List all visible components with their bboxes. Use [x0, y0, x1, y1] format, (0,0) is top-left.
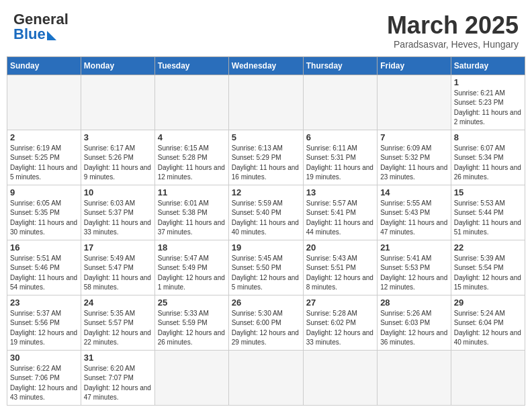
date-number: 18	[158, 242, 226, 253]
calendar-cell: 3Sunrise: 6:17 AM Sunset: 5:26 PM Daylig…	[81, 130, 154, 185]
calendar-cell: 14Sunrise: 5:55 AM Sunset: 5:43 PM Dayli…	[378, 185, 451, 240]
calendar-cell	[378, 75, 451, 130]
day-header-monday: Monday	[81, 56, 154, 75]
calendar-cell: 12Sunrise: 5:59 AM Sunset: 5:40 PM Dayli…	[228, 185, 303, 240]
calendar-cell: 29Sunrise: 5:24 AM Sunset: 6:04 PM Dayli…	[451, 295, 525, 350]
calendar-cell: 1Sunrise: 6:21 AM Sunset: 5:23 PM Daylig…	[451, 75, 525, 130]
calendar-cell: 4Sunrise: 6:15 AM Sunset: 5:28 PM Daylig…	[154, 130, 228, 185]
calendar-cell: 19Sunrise: 5:45 AM Sunset: 5:50 PM Dayli…	[228, 240, 303, 295]
calendar-cell: 15Sunrise: 5:53 AM Sunset: 5:44 PM Dayli…	[451, 185, 525, 240]
calendar-cell: 5Sunrise: 6:13 AM Sunset: 5:29 PM Daylig…	[228, 130, 303, 185]
date-number: 3	[84, 132, 152, 142]
day-info: Sunrise: 6:17 AM Sunset: 5:26 PM Dayligh…	[84, 144, 152, 183]
date-number: 29	[454, 298, 522, 308]
date-number: 19	[232, 242, 300, 253]
calendar-cell	[228, 75, 303, 130]
calendar-cell: 28Sunrise: 5:26 AM Sunset: 6:03 PM Dayli…	[378, 295, 451, 350]
calendar-cell: 30Sunrise: 6:22 AM Sunset: 7:06 PM Dayli…	[7, 350, 81, 405]
date-number: 21	[380, 242, 448, 253]
date-number: 6	[306, 132, 374, 142]
calendar-cell	[154, 75, 228, 130]
date-number: 26	[232, 298, 300, 308]
title-block: March 2025 Paradsasvar, Heves, Hungary	[387, 12, 519, 50]
day-info: Sunrise: 5:45 AM Sunset: 5:50 PM Dayligh…	[232, 254, 300, 293]
date-number: 11	[158, 187, 226, 197]
calendar-cell: 17Sunrise: 5:49 AM Sunset: 5:47 PM Dayli…	[81, 240, 154, 295]
day-info: Sunrise: 5:47 AM Sunset: 5:49 PM Dayligh…	[158, 254, 226, 293]
calendar-header: SundayMondayTuesdayWednesdayThursdayFrid…	[7, 56, 525, 75]
date-number: 27	[306, 298, 374, 308]
date-number: 14	[380, 187, 448, 197]
calendar-cell	[378, 350, 451, 405]
day-info: Sunrise: 5:41 AM Sunset: 5:53 PM Dayligh…	[380, 254, 448, 293]
week-row-6: 30Sunrise: 6:22 AM Sunset: 7:06 PM Dayli…	[7, 350, 525, 405]
date-number: 2	[10, 132, 78, 142]
day-info: Sunrise: 5:33 AM Sunset: 5:59 PM Dayligh…	[158, 309, 226, 348]
calendar-cell: 22Sunrise: 5:39 AM Sunset: 5:54 PM Dayli…	[451, 240, 525, 295]
calendar-cell	[228, 350, 303, 405]
month-title: March 2025	[387, 12, 519, 39]
day-info: Sunrise: 6:19 AM Sunset: 5:25 PM Dayligh…	[10, 144, 78, 183]
date-number: 30	[10, 353, 78, 363]
calendar-cell: 2Sunrise: 6:19 AM Sunset: 5:25 PM Daylig…	[7, 130, 81, 185]
calendar-cell	[451, 350, 525, 405]
calendar-cell	[7, 75, 81, 130]
calendar-cell: 13Sunrise: 5:57 AM Sunset: 5:41 PM Dayli…	[303, 185, 377, 240]
date-number: 22	[454, 242, 522, 253]
week-row-3: 9Sunrise: 6:05 AM Sunset: 5:35 PM Daylig…	[7, 185, 525, 240]
day-header-sunday: Sunday	[7, 56, 81, 75]
week-row-4: 16Sunrise: 5:51 AM Sunset: 5:46 PM Dayli…	[7, 240, 525, 295]
day-info: Sunrise: 6:11 AM Sunset: 5:31 PM Dayligh…	[306, 144, 374, 183]
day-info: Sunrise: 6:07 AM Sunset: 5:34 PM Dayligh…	[454, 144, 522, 183]
day-header-friday: Friday	[378, 56, 451, 75]
date-number: 10	[84, 187, 152, 197]
date-number: 31	[84, 353, 152, 363]
calendar-cell: 9Sunrise: 6:05 AM Sunset: 5:35 PM Daylig…	[7, 185, 81, 240]
day-info: Sunrise: 5:51 AM Sunset: 5:46 PM Dayligh…	[10, 254, 78, 293]
date-number: 12	[232, 187, 300, 197]
calendar-cell	[303, 350, 377, 405]
day-info: Sunrise: 5:28 AM Sunset: 6:02 PM Dayligh…	[306, 309, 374, 348]
day-info: Sunrise: 5:24 AM Sunset: 6:04 PM Dayligh…	[454, 309, 522, 348]
day-header-wednesday: Wednesday	[228, 56, 303, 75]
date-number: 23	[10, 298, 78, 308]
day-info: Sunrise: 5:39 AM Sunset: 5:54 PM Dayligh…	[454, 254, 522, 293]
calendar-cell	[154, 350, 228, 405]
calendar-cell: 18Sunrise: 5:47 AM Sunset: 5:49 PM Dayli…	[154, 240, 228, 295]
day-info: Sunrise: 6:22 AM Sunset: 7:06 PM Dayligh…	[10, 364, 78, 403]
day-info: Sunrise: 5:59 AM Sunset: 5:40 PM Dayligh…	[232, 199, 300, 238]
calendar-cell: 11Sunrise: 6:01 AM Sunset: 5:38 PM Dayli…	[154, 185, 228, 240]
date-number: 20	[306, 242, 374, 253]
calendar-cell: 27Sunrise: 5:28 AM Sunset: 6:02 PM Dayli…	[303, 295, 377, 350]
day-header-saturday: Saturday	[451, 56, 525, 75]
date-number: 28	[380, 298, 448, 308]
day-info: Sunrise: 5:55 AM Sunset: 5:43 PM Dayligh…	[380, 199, 448, 238]
days-of-week-row: SundayMondayTuesdayWednesdayThursdayFrid…	[7, 56, 525, 75]
day-info: Sunrise: 6:13 AM Sunset: 5:29 PM Dayligh…	[232, 144, 300, 183]
date-number: 13	[306, 187, 374, 197]
day-info: Sunrise: 5:57 AM Sunset: 5:41 PM Dayligh…	[306, 199, 374, 238]
day-info: Sunrise: 5:30 AM Sunset: 6:00 PM Dayligh…	[232, 309, 300, 348]
day-info: Sunrise: 5:43 AM Sunset: 5:51 PM Dayligh…	[306, 254, 374, 293]
week-row-2: 2Sunrise: 6:19 AM Sunset: 5:25 PM Daylig…	[7, 130, 525, 185]
date-number: 7	[380, 132, 448, 142]
calendar-body: 1Sunrise: 6:21 AM Sunset: 5:23 PM Daylig…	[7, 75, 525, 405]
day-info: Sunrise: 5:37 AM Sunset: 5:56 PM Dayligh…	[10, 309, 78, 348]
date-number: 5	[232, 132, 300, 142]
date-number: 24	[84, 298, 152, 308]
date-number: 17	[84, 242, 152, 253]
date-number: 8	[454, 132, 522, 142]
calendar-cell: 16Sunrise: 5:51 AM Sunset: 5:46 PM Dayli…	[7, 240, 81, 295]
day-header-tuesday: Tuesday	[154, 56, 228, 75]
page-header: General Blue March 2025 Paradsasvar, Hev…	[7, 7, 525, 52]
logo-triangle-icon	[47, 31, 56, 40]
day-info: Sunrise: 6:05 AM Sunset: 5:35 PM Dayligh…	[10, 199, 78, 238]
calendar-cell: 24Sunrise: 5:35 AM Sunset: 5:57 PM Dayli…	[81, 295, 154, 350]
week-row-5: 23Sunrise: 5:37 AM Sunset: 5:56 PM Dayli…	[7, 295, 525, 350]
calendar-cell: 8Sunrise: 6:07 AM Sunset: 5:34 PM Daylig…	[451, 130, 525, 185]
day-info: Sunrise: 6:20 AM Sunset: 7:07 PM Dayligh…	[84, 364, 152, 403]
calendar-cell: 23Sunrise: 5:37 AM Sunset: 5:56 PM Dayli…	[7, 295, 81, 350]
calendar-cell	[81, 75, 154, 130]
date-number: 1	[454, 77, 522, 87]
date-number: 9	[10, 187, 78, 197]
